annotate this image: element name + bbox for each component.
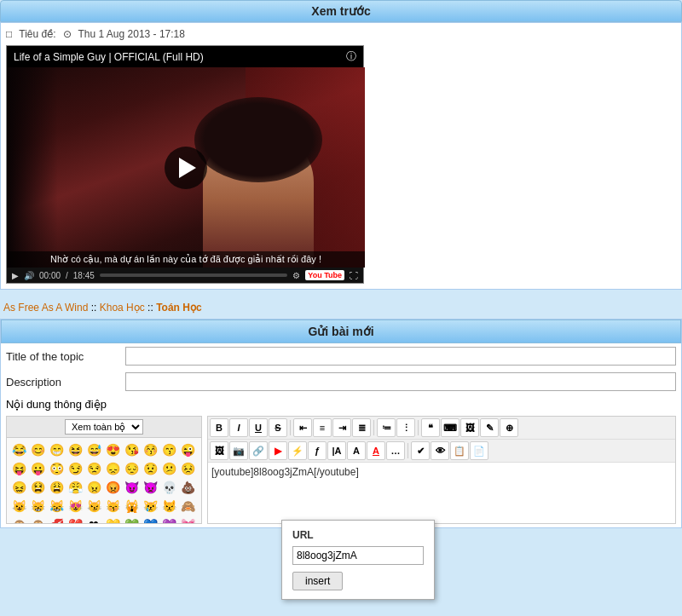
justify-button[interactable]: ≣ (352, 418, 371, 437)
emoji-item[interactable]: 😾 (160, 498, 177, 515)
video-container: Life of a Simple Guy | OFFICIAL (Full HD… (6, 45, 364, 284)
align-btn[interactable]: |A (327, 441, 346, 460)
emoji-item[interactable]: 💛 (104, 516, 121, 523)
emoji-item[interactable]: 😞 (104, 460, 121, 477)
emoji-item[interactable]: 😫 (29, 479, 46, 496)
align-center-button[interactable]: ≡ (313, 418, 332, 437)
emoji-item[interactable]: 😍 (104, 441, 121, 458)
emoji-item[interactable]: 😏 (66, 460, 84, 477)
insert-link-button[interactable]: 🔗 (249, 441, 268, 460)
quote-button[interactable]: ❝ (421, 418, 440, 437)
time-sep: / (66, 271, 68, 280)
emoji-item[interactable]: 😣 (179, 460, 196, 477)
emoji-item[interactable]: 😩 (48, 479, 65, 496)
emoji-item[interactable]: 😙 (160, 441, 177, 458)
topic-title-input[interactable] (125, 347, 676, 366)
description-input[interactable] (125, 372, 676, 391)
emoji-category-select[interactable]: Xem toàn bộ (65, 419, 143, 435)
emoji-item[interactable]: 🙊 (29, 516, 46, 523)
font-button[interactable]: A (347, 441, 366, 460)
emoji-item[interactable]: 😿 (142, 498, 159, 515)
play-button[interactable] (165, 147, 207, 189)
insert-image-button[interactable]: 🖼 (210, 441, 228, 460)
emoji-item[interactable]: 😖 (10, 479, 27, 496)
emoji-item[interactable]: 😼 (85, 498, 102, 515)
emoji-item[interactable]: 💋 (48, 516, 65, 523)
flash-button[interactable]: ⚡ (288, 441, 307, 460)
bold-button[interactable]: B (210, 418, 228, 437)
align-left-button[interactable]: ⇤ (293, 418, 312, 437)
emoji-item[interactable]: 😅 (85, 441, 102, 458)
link-button[interactable]: ✎ (480, 418, 499, 437)
italic-button[interactable]: I (229, 418, 248, 437)
emoji-item[interactable]: 🙈 (179, 498, 196, 515)
emoji-item[interactable]: 😕 (160, 460, 177, 477)
more-button[interactable]: ⊕ (500, 418, 518, 437)
emoji-item[interactable]: 💩 (179, 479, 196, 496)
volume-icon[interactable]: 🔊 (24, 271, 34, 280)
emoji-item[interactable]: 😚 (142, 441, 159, 458)
emoji-item[interactable]: 👿 (142, 479, 159, 496)
emoji-item[interactable]: 💀 (160, 479, 177, 496)
image-button[interactable]: 🖼 (460, 418, 479, 437)
breadcrumb-topic[interactable]: Toán Học (156, 302, 201, 314)
emoji-item[interactable]: 💚 (123, 516, 140, 523)
emoji-item[interactable]: 😽 (104, 498, 121, 515)
editor-content[interactable]: [youtube]8l8oog3jZmA[/youtube] (208, 463, 675, 514)
emoji-item[interactable]: 😔 (123, 460, 140, 477)
size-button[interactable]: … (386, 441, 405, 460)
emoji-item[interactable]: 😜 (179, 441, 196, 458)
list-ol-button[interactable]: ⋮ (396, 418, 415, 437)
insert-photo-button[interactable]: 📷 (229, 441, 248, 460)
copy-button[interactable]: 📋 (450, 441, 469, 460)
editor-right: B I U S ⇤ ≡ ⇥ ≣ ≔ ⋮ ❝ ⌨ 🖼 ✎ ⊕ � (207, 416, 676, 524)
emoji-item[interactable]: 😡 (104, 479, 121, 496)
settings-icon[interactable]: ⚙ (292, 271, 300, 280)
emoji-item[interactable]: 😊 (29, 441, 46, 458)
emoji-item[interactable]: 😠 (85, 479, 102, 496)
preview-button[interactable]: 👁 (431, 441, 449, 460)
time-current: 00:00 (39, 271, 61, 280)
emoji-item[interactable]: 🙀 (123, 498, 140, 515)
video-thumbnail[interactable]: Nhờ có cậu, mà dự án lần này của tớ đã đ… (7, 67, 365, 268)
emoji-item[interactable]: 🙉 (10, 516, 27, 523)
list-ul-button[interactable]: ≔ (377, 418, 396, 437)
emoji-item[interactable]: 😳 (48, 460, 65, 477)
emoji-item[interactable]: 😒 (85, 460, 102, 477)
emoji-item[interactable]: 💓 (179, 516, 196, 523)
emoji-item[interactable]: 😺 (10, 498, 27, 515)
emoji-item[interactable]: ❤ (85, 516, 102, 523)
emoji-item[interactable]: 💙 (142, 516, 159, 523)
emoji-scroll-area[interactable]: 😂😊😁😆😅😍😘😚😙😜😝😛😳😏😒😞😔😟😕😣😖😫😩😤😠😡😈👿💀💩😺😸😹😻😼😽🙀😿😾🙈… (7, 438, 201, 523)
emoji-item[interactable]: 😝 (10, 460, 27, 477)
spellcheck-button[interactable]: ✔ (411, 441, 430, 460)
editor-text: [youtube]8l8oog3jZmA[/youtube] (211, 466, 359, 478)
paste-button[interactable]: 📄 (470, 441, 488, 460)
play-icon[interactable]: ▶ (12, 271, 19, 280)
emoji-item[interactable]: 😁 (48, 441, 65, 458)
emoji-item[interactable]: 😻 (66, 498, 84, 515)
emoji-item[interactable]: 💔 (66, 516, 84, 523)
emoji-item[interactable]: 😟 (142, 460, 159, 477)
code-button[interactable]: ⌨ (441, 418, 459, 437)
strike-button[interactable]: S (269, 418, 287, 437)
emoji-item[interactable]: 💜 (160, 516, 177, 523)
fullscreen-icon[interactable]: ⛶ (350, 271, 358, 280)
breadcrumb-site[interactable]: As Free As A Wind (3, 302, 88, 314)
emoji-item[interactable]: 😸 (29, 498, 46, 515)
align-right-button[interactable]: ⇥ (332, 418, 351, 437)
breadcrumb-cat[interactable]: Khoa Học (100, 302, 145, 314)
youtube-button[interactable]: ▶ (269, 441, 287, 460)
emoji-item[interactable]: 😛 (29, 460, 46, 477)
color-button[interactable]: A (367, 441, 385, 460)
underline-button[interactable]: U (249, 418, 268, 437)
emoji-item[interactable]: 😘 (123, 441, 140, 458)
progress-bar[interactable] (100, 273, 287, 277)
script-button[interactable]: ƒ (308, 441, 327, 460)
emoji-item[interactable]: 😤 (66, 479, 84, 496)
emoji-item[interactable]: 😆 (66, 441, 84, 458)
emoji-item[interactable]: 😈 (123, 479, 140, 496)
description-row: Description (1, 369, 681, 394)
emoji-item[interactable]: 😹 (48, 498, 65, 515)
emoji-item[interactable]: 😂 (10, 441, 27, 458)
